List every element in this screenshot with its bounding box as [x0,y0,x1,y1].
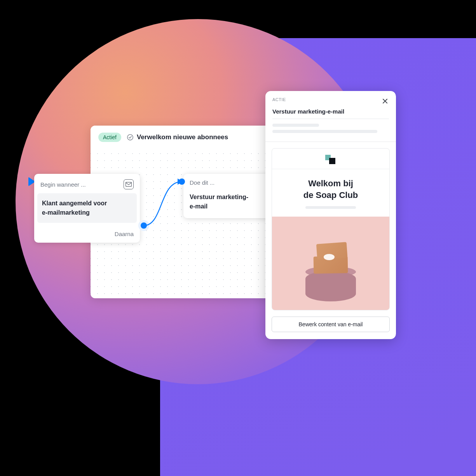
skeleton-line [272,124,319,127]
email-preview-card[interactable]: Welkom bij de Soap Club [272,148,390,310]
panel-header: ACTIE [265,91,396,105]
trigger-body-line1: Klant aangemeld voor [42,199,132,208]
skeleton-placeholder [265,119,396,142]
connector-end-dot[interactable] [179,178,185,185]
svg-point-0 [127,135,133,140]
status-badge: Actief [98,133,121,142]
canvas-title: Verwelkom nieuwe abonnees [137,133,228,141]
panel-eyebrow: ACTIE [272,97,286,102]
connector-start-dot[interactable] [141,222,147,229]
trigger-card[interactable]: Begin wanneer ... Klant aangemeld voor e… [34,174,140,243]
action-side-panel: ACTIE Verstuur marketing-e-mail Welkom b… [265,91,396,339]
edit-email-content-button[interactable]: Bewerk content van e-mail [272,317,390,332]
email-headline-line2: de Soap Club [303,190,358,200]
email-hero-image [272,217,389,310]
skeleton-line [305,206,356,209]
close-icon[interactable] [381,97,389,105]
trigger-footer: Daarna [34,227,140,243]
email-logo [272,149,389,169]
connector-path [140,173,194,235]
check-circle-icon [127,134,134,141]
panel-title: Verstuur marketing-e-mail [265,105,396,119]
email-headline-line1: Welkom bij [308,178,353,188]
mail-icon [124,179,134,189]
logo-squares-icon [325,155,336,164]
trigger-card-header: Begin wanneer ... [34,174,140,193]
skeleton-line [272,130,377,133]
svg-rect-1 [126,182,132,187]
divider [265,142,396,142]
email-headline: Welkom bij de Soap Club [272,169,389,217]
trigger-body-line2: e-mailmarketing [42,208,132,217]
trigger-top-label: Begin wanneer ... [40,181,86,188]
canvas-title-row: Verwelkom nieuwe abonnees [127,133,228,141]
trigger-body: Klant aangemeld voor e-mailmarketing [37,193,137,223]
